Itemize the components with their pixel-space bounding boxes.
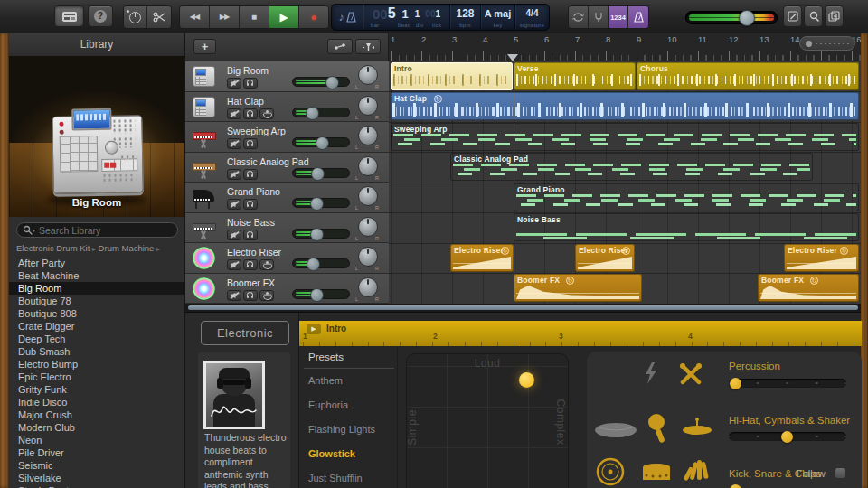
notepad-button[interactable]: [783, 5, 802, 27]
list-item[interactable]: After Party: [9, 257, 184, 269]
volume-slider[interactable]: [292, 258, 350, 268]
rewind-button[interactable]: ◀◀: [180, 6, 210, 28]
track-header-classic-analog-pad[interactable]: Classic Analog Pad L R: [185, 153, 389, 183]
solo-button[interactable]: [243, 138, 258, 149]
volume-slider[interactable]: [292, 108, 350, 117]
solo-button[interactable]: [243, 290, 258, 301]
region-verse[interactable]: Verse: [514, 62, 636, 90]
volume-knob[interactable]: [306, 107, 319, 120]
pan-knob[interactable]: [358, 126, 378, 145]
list-item[interactable]: Neon: [9, 434, 184, 446]
solo-button[interactable]: [243, 169, 258, 180]
hi-hat-icon[interactable]: [681, 417, 713, 438]
region-boomer-fx[interactable]: Boomer FX ↻: [758, 274, 859, 302]
drummer-avatar[interactable]: [203, 361, 265, 429]
transform-button[interactable]: [259, 108, 274, 119]
lcd-tempo-section[interactable]: 128 bpm: [449, 5, 480, 30]
track-header-sweeping-arp[interactable]: Sweeping Arp L R: [185, 122, 389, 153]
region-electro-riser[interactable]: Electro Riser ↻: [450, 244, 514, 272]
solo-button[interactable]: [243, 199, 258, 210]
solo-button[interactable]: [243, 78, 258, 89]
kick-knob[interactable]: [730, 484, 741, 488]
volume-slider[interactable]: [292, 198, 350, 208]
mute-button[interactable]: [227, 78, 241, 89]
region-electro-riser[interactable]: Electro Riser ↻: [575, 244, 635, 272]
maracas-icon[interactable]: [645, 413, 672, 444]
forward-button[interactable]: ▶▶: [210, 6, 240, 28]
library-search-field[interactable]: ▾: [16, 222, 178, 238]
solo-button[interactable]: [243, 108, 258, 119]
mute-button[interactable]: [227, 199, 241, 210]
tuner-button[interactable]: [589, 6, 609, 28]
mute-button[interactable]: [227, 259, 241, 270]
list-item[interactable]: Silverlake: [9, 472, 184, 484]
timeline-ruler[interactable]: 1 2 3 4 5 6 7 8 9 10 11 12 13 14 15 16: [389, 33, 861, 61]
play-button[interactable]: ▶: [269, 6, 299, 28]
volume-slider[interactable]: [292, 168, 350, 178]
region-chorus[interactable]: Chorus: [637, 62, 859, 90]
editors-button[interactable]: [147, 6, 171, 28]
track-header-electro-riser[interactable]: Electro Riser L R: [185, 243, 389, 274]
kick-drum-icon[interactable]: [596, 457, 625, 486]
region-noise-bass[interactable]: Noise Bass: [514, 213, 859, 241]
region-hat-clap[interactable]: Hat Clap ↻: [391, 92, 859, 120]
region-sweeping-arp[interactable]: Sweeping Arp: [391, 123, 859, 151]
volume-knob[interactable]: [316, 136, 329, 150]
preset-item[interactable]: Flashing Lights: [308, 424, 375, 435]
region-classic-analog-pad[interactable]: Classic Analog Pad: [450, 153, 813, 181]
pan-knob[interactable]: [358, 156, 378, 176]
automation-button[interactable]: [327, 39, 353, 54]
percussion-slider[interactable]: [729, 379, 846, 388]
snare-drum-icon[interactable]: [641, 463, 672, 486]
add-track-button[interactable]: +: [193, 39, 216, 54]
list-item[interactable]: Indie Disco: [9, 396, 184, 408]
preset-item[interactable]: Euphoria: [308, 399, 348, 410]
volume-slider[interactable]: [292, 289, 350, 299]
volume-knob[interactable]: [307, 258, 320, 271]
search-input[interactable]: [35, 225, 177, 236]
list-item[interactable]: Beat Machine: [9, 269, 184, 282]
list-item[interactable]: Boutique 78: [9, 295, 184, 307]
count-in-button[interactable]: 1234: [609, 6, 628, 28]
playhead-marker[interactable]: [507, 54, 518, 61]
list-item[interactable]: Gritty Funk: [9, 383, 184, 396]
region-electro-riser[interactable]: Electro Riser ↻: [784, 244, 859, 272]
mute-button[interactable]: [227, 230, 241, 240]
list-item[interactable]: Major Crush: [9, 408, 184, 421]
pan-knob[interactable]: [358, 247, 378, 267]
mute-button[interactable]: [227, 290, 241, 301]
region-intro[interactable]: Intro: [391, 62, 513, 90]
list-item[interactable]: Electro Bump: [9, 358, 184, 371]
stop-button[interactable]: ■: [240, 6, 269, 28]
quick-help-button[interactable]: ?: [88, 5, 113, 27]
list-item[interactable]: Dub Smash: [9, 345, 184, 358]
playhead[interactable]: [514, 61, 514, 304]
scrollbar-thumb[interactable]: [188, 305, 858, 310]
timeline-lanes[interactable]: Intro Verse Chorus Hat Clap ↻ Sweeping A…: [389, 61, 861, 304]
catch-playhead-button[interactable]: [355, 39, 381, 54]
library-toggle-button[interactable]: [54, 5, 84, 27]
record-button[interactable]: ●: [299, 6, 328, 28]
transform-button[interactable]: [259, 290, 274, 301]
track-header-noise-bass[interactable]: Noise Bass L R: [185, 213, 389, 243]
lcd-display[interactable]: ♪ 00 5 1 1 00 1 bar beat div tick 128 bp…: [331, 4, 550, 31]
list-item[interactable]: Steely Beats: [9, 484, 184, 488]
region-play-button[interactable]: ▶: [307, 324, 321, 334]
volume-slider[interactable]: [292, 77, 350, 87]
lcd-signature-section[interactable]: 4/4 signature: [514, 5, 549, 30]
preset-item-selected[interactable]: Glowstick: [308, 448, 355, 459]
list-item[interactable]: Crate Digger: [9, 320, 184, 333]
track-header-big-room[interactable]: Big Room L R: [185, 61, 389, 92]
mute-button[interactable]: [227, 169, 241, 180]
lcd-key-section[interactable]: A maj key: [480, 5, 514, 30]
track-header-grand-piano[interactable]: Grand Piano L R: [185, 183, 389, 213]
xy-pad[interactable]: Loud Simple Complex: [406, 353, 569, 488]
lcd-mode-section[interactable]: ♪: [332, 5, 363, 30]
volume-knob[interactable]: [311, 167, 325, 181]
drumsticks-icon[interactable]: [679, 362, 703, 386]
track-header-hat-clap[interactable]: Hat Clap L R: [185, 92, 389, 122]
smart-controls-button[interactable]: [124, 6, 147, 28]
loop-browser-button[interactable]: [804, 5, 823, 27]
editor-region-bar[interactable]: ▶ Intro 1 2 3 4: [299, 321, 862, 346]
pan-knob[interactable]: [358, 65, 378, 85]
